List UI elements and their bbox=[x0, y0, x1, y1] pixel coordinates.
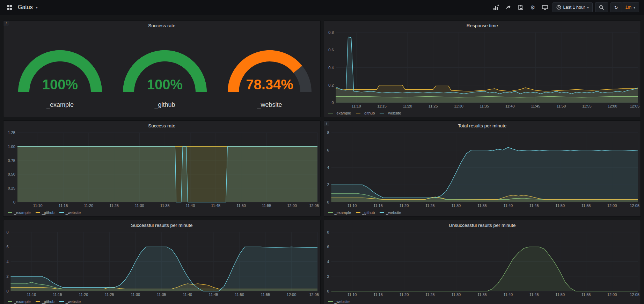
svg-text:8: 8 bbox=[327, 131, 329, 135]
legend-item-_example[interactable]: _example bbox=[328, 210, 351, 215]
time-range-picker[interactable]: Last 1 hour ▾ bbox=[552, 2, 593, 12]
legend-item-_example[interactable]: _example bbox=[328, 111, 351, 115]
legend-swatch bbox=[328, 113, 333, 113]
legend-item-_website[interactable]: _website bbox=[380, 210, 401, 215]
svg-text:12:05: 12:05 bbox=[630, 104, 639, 108]
legend-item-_website[interactable]: _website bbox=[59, 210, 81, 215]
dashboard-title[interactable]: Gatus bbox=[18, 4, 33, 10]
panel-success-rate-gauges: i Success rate 100% _example 100% _githu… bbox=[3, 20, 321, 117]
svg-text:12:05: 12:05 bbox=[309, 203, 319, 208]
svg-text:11:55: 11:55 bbox=[581, 292, 591, 297]
timeseries-chart-success-rate[interactable]: 00.250.500.751.001.2511:1011:1511:2011:2… bbox=[3, 129, 320, 209]
legend-label: _github bbox=[42, 299, 54, 304]
panel-total-results: i Total results per minute 0246811:1011:… bbox=[324, 120, 641, 217]
svg-text:11:25: 11:25 bbox=[105, 292, 114, 297]
svg-text:11:40: 11:40 bbox=[186, 203, 195, 208]
time-range-label: Last 1 hour bbox=[563, 5, 585, 10]
svg-text:11:20: 11:20 bbox=[79, 292, 88, 297]
svg-text:11:55: 11:55 bbox=[581, 203, 591, 208]
svg-text:8: 8 bbox=[6, 230, 8, 234]
legend-item-_github[interactable]: _github bbox=[36, 299, 54, 304]
legend-item-_website[interactable]: _website bbox=[59, 299, 81, 304]
legend-item-_example[interactable]: _example bbox=[8, 299, 31, 304]
navbar: Gatus ▾ ⚙ Last 1 hour ▾ ↻ bbox=[0, 0, 644, 15]
refresh-interval-label: 1m bbox=[625, 5, 631, 10]
chart-legend: _example _github _website bbox=[3, 209, 320, 216]
svg-text:11:45: 11:45 bbox=[529, 203, 539, 208]
legend-swatch bbox=[328, 212, 333, 213]
legend-item-_github[interactable]: _github bbox=[356, 210, 375, 215]
svg-text:12:00: 12:00 bbox=[287, 292, 297, 297]
timeseries-chart-successful-results[interactable]: 0246811:1011:1511:2011:2511:3011:3511:40… bbox=[3, 229, 320, 298]
svg-text:11:45: 11:45 bbox=[531, 104, 540, 108]
svg-text:11:40: 11:40 bbox=[183, 292, 192, 297]
svg-text:11:15: 11:15 bbox=[53, 292, 62, 297]
svg-text:12:05: 12:05 bbox=[630, 203, 639, 208]
clock-icon bbox=[556, 5, 561, 10]
panel-title[interactable]: Unsuccessful results per minute bbox=[324, 220, 641, 229]
panel-title[interactable]: Success rate bbox=[3, 21, 320, 29]
legend-item-_github[interactable]: _github bbox=[36, 210, 54, 215]
legend-swatch bbox=[59, 212, 64, 213]
svg-text:11:40: 11:40 bbox=[503, 292, 513, 297]
add-panel-icon bbox=[493, 5, 499, 10]
panel-title[interactable]: Successful results per minute bbox=[3, 220, 320, 229]
legend-label: _website bbox=[386, 210, 401, 215]
save-button[interactable] bbox=[516, 2, 526, 12]
svg-text:11:10: 11:10 bbox=[347, 292, 357, 297]
svg-text:0.50: 0.50 bbox=[8, 172, 15, 176]
refresh-button[interactable]: ↻ bbox=[610, 2, 622, 12]
caret-down-icon: ▾ bbox=[587, 6, 589, 9]
svg-text:11:20: 11:20 bbox=[399, 292, 409, 297]
legend-item-_github[interactable]: _github bbox=[356, 111, 375, 115]
svg-text:0.8: 0.8 bbox=[328, 30, 334, 35]
svg-text:12:00: 12:00 bbox=[607, 203, 617, 208]
svg-text:4: 4 bbox=[327, 260, 329, 264]
settings-button[interactable]: ⚙ bbox=[528, 2, 538, 12]
legend-label: _github bbox=[362, 111, 375, 115]
refresh-icon: ↻ bbox=[614, 5, 618, 10]
svg-text:11:25: 11:25 bbox=[425, 292, 435, 297]
chart-legend: _example _github _website bbox=[3, 298, 320, 304]
panel-info-icon[interactable]: i bbox=[324, 121, 329, 126]
svg-text:11:25: 11:25 bbox=[428, 104, 438, 108]
panel-title[interactable]: Total results per minute bbox=[324, 121, 641, 129]
svg-text:0: 0 bbox=[13, 200, 15, 204]
timeseries-chart-response-time[interactable]: 00.20.40.60.811:1011:1511:2011:2511:3011… bbox=[324, 29, 641, 109]
apps-grid-icon[interactable] bbox=[5, 2, 15, 12]
svg-text:11:40: 11:40 bbox=[505, 104, 514, 108]
svg-text:11:35: 11:35 bbox=[477, 203, 486, 208]
legend-swatch bbox=[356, 212, 360, 213]
panel-title[interactable]: Success rate bbox=[3, 121, 320, 129]
share-button[interactable] bbox=[504, 2, 513, 12]
legend-item-_example[interactable]: _example bbox=[8, 210, 31, 215]
add-panel-button[interactable] bbox=[491, 2, 501, 12]
svg-text:11:45: 11:45 bbox=[211, 203, 220, 208]
svg-text:11:35: 11:35 bbox=[477, 292, 486, 297]
svg-text:11:30: 11:30 bbox=[131, 292, 140, 297]
zoom-out-button[interactable] bbox=[595, 2, 608, 12]
legend-swatch bbox=[8, 212, 12, 213]
timeseries-chart-total-results[interactable]: 0246811:1011:1511:2011:2511:3011:3511:40… bbox=[324, 129, 641, 209]
legend-swatch bbox=[59, 301, 64, 302]
legend-item-_website[interactable]: _website bbox=[328, 299, 350, 304]
caret-down-icon: ▾ bbox=[634, 6, 635, 9]
dashboard-caret-icon[interactable]: ▾ bbox=[36, 6, 38, 9]
legend-item-_website[interactable]: _website bbox=[380, 111, 401, 115]
panel-info-icon[interactable]: i bbox=[3, 21, 9, 26]
svg-text:11:10: 11:10 bbox=[27, 292, 36, 297]
timeseries-chart-unsuccessful-results[interactable]: 0246811:1011:1511:2011:2511:3011:3511:40… bbox=[324, 229, 641, 298]
svg-text:11:50: 11:50 bbox=[236, 203, 246, 208]
svg-text:11:45: 11:45 bbox=[529, 292, 539, 297]
gauge-label: _example bbox=[46, 101, 74, 109]
cycle-view-button[interactable] bbox=[540, 2, 550, 12]
panel-title[interactable]: Response time bbox=[324, 21, 641, 29]
refresh-interval-button[interactable]: 1m ▾ bbox=[622, 2, 639, 12]
svg-text:11:40: 11:40 bbox=[503, 203, 513, 208]
gauge-label: _github bbox=[154, 101, 175, 109]
svg-text:12:05: 12:05 bbox=[630, 292, 639, 297]
gauge-_github: 100% _github bbox=[112, 38, 217, 109]
svg-text:11:45: 11:45 bbox=[209, 292, 218, 297]
svg-text:11:55: 11:55 bbox=[261, 292, 270, 297]
svg-text:0.4: 0.4 bbox=[328, 66, 334, 70]
